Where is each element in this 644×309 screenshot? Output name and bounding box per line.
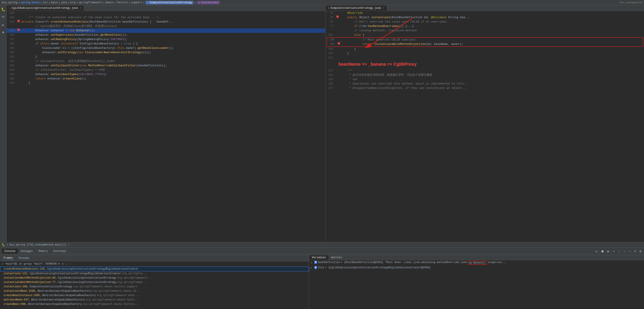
frame-method-7: doCreateBean:637, [4, 298, 30, 301]
frame-method-0: createEnhancedSubclass:155, [4, 268, 46, 270]
tab-overhead[interactable]: Overhead [50, 248, 68, 254]
breakpoint-right-75[interactable] [336, 15, 339, 18]
frame-method-1: instantiate:122, [4, 272, 29, 275]
frame-package-2: org.springframework... [117, 276, 152, 280]
frame-package-1: org.springfra... [122, 272, 147, 275]
breadcrumb-class[interactable]: ● SimpleInstantiationStrategy [146, 1, 194, 4]
right-code-line-109: 109 return instantiateWithMethodInjectio… [327, 42, 643, 46]
thread-dropdown[interactable]: ▼ [58, 262, 60, 266]
breadcrumb-springframework[interactable]: springframework [78, 1, 102, 4]
frame-row-1[interactable]: instantiate:122, CglibSubclassingInstant… [0, 271, 309, 276]
breadcrumb-method[interactable]: m instantiate [197, 1, 220, 4]
frame-row-6[interactable]: createBeanInstance:1485, AbstractAutowir… [0, 293, 309, 298]
thread-row: ✔ "main"@1 in group "main": RUNNING ▼ ⊟ … [0, 261, 309, 266]
thread-arrow-up[interactable]: ↑ [70, 262, 71, 266]
debug-btn-frames[interactable]: ≡ [633, 249, 637, 254]
right-code-line-107: 107 else { [326, 33, 644, 37]
left-code-editor[interactable]: 148 149 /** Create an enhanced subclass … [6, 11, 325, 242]
frames-panel: Frames Threads ✔ "main"@1 in group "main… [0, 255, 309, 309]
frame-method-8: createBean:598, [4, 303, 27, 306]
breadcrumb-org[interactable]: org [70, 1, 75, 4]
var-highlight-banana: up.Banana]; [468, 261, 487, 265]
breakpoint-153[interactable] [17, 20, 20, 22]
var-name-this: this [318, 266, 324, 269]
debug-btn-settings[interactable]: ⚙ [639, 249, 642, 254]
right-code-line-110: 110 } [326, 47, 644, 51]
sidebar-play[interactable]: ▶ [1, 22, 5, 28]
debug-session-close[interactable]: × [68, 243, 70, 246]
debug-panel: Console Debugger Memory Overhead ↺ ⏹ ▶ ↷… [0, 248, 644, 309]
frame-row-0[interactable]: createEnhancedSubclass:155, CglibSubclas… [0, 266, 309, 271]
var-type-p-this: P [314, 266, 317, 269]
breakpoint-right-109[interactable] [338, 42, 340, 45]
tab-debugger[interactable]: Debugger [18, 248, 36, 254]
debug-btn-rerun[interactable]: ↺ [595, 249, 598, 254]
breadcrumb-src[interactable]: src [43, 1, 48, 4]
tab-close-left[interactable]: × [80, 7, 81, 10]
thread-filter[interactable]: ⊟ [62, 262, 64, 266]
tab-console[interactable]: Console [2, 248, 18, 254]
var-expand-bd[interactable]: ▸ [311, 261, 314, 264]
frame-row-7[interactable]: doCreateBean:637, AbstractAutowireCapabl… [0, 298, 309, 302]
left-editor-tabs: ● CglibSubclassingInstantiationStrategy.… [6, 6, 325, 11]
var-equals-bd: = {RootBeanDefinition@2582} "Root bean: … [341, 261, 467, 264]
sidebar-stop[interactable]: ■ [1, 30, 5, 36]
tab-threads[interactable]: Threads [16, 256, 31, 260]
right-code-editor[interactable]: 74 @Override 75 public Object instantiat… [326, 11, 644, 242]
frames-threads-header: Frames Threads [0, 255, 309, 261]
frame-method-6: createBeanInstance:1485, [4, 294, 41, 297]
frame-row-2[interactable]: instantiateWithMethodInjection:85, Cglib… [0, 276, 309, 280]
bean-name-annotation: beanName => _banana => CglibProxy [326, 60, 644, 68]
breadcrumb-support[interactable]: support [131, 1, 142, 4]
breadcrumb-spring-beans[interactable]: spring-beans [21, 1, 40, 4]
debug-icon[interactable]: 🐛 [0, 6, 6, 12]
frame-method-2: instantiateWithMethodInjection:85, [4, 276, 57, 280]
breadcrumb-factory[interactable]: factory [117, 1, 128, 4]
left-sidebar: 🐛 👁 ▶ ■ [0, 6, 6, 242]
var-row-beandefinition[interactable]: ▸ P beanDefinition = {RootBeanDefinition… [309, 260, 644, 266]
debug-toolbar: Console Debugger Memory Overhead ↺ ⏹ ▶ ↷… [0, 248, 644, 255]
breadcrumb-beans[interactable]: beans [106, 1, 114, 4]
breadcrumb-main[interactable]: main [51, 1, 58, 4]
debug-btn-step-over[interactable]: ↷ [612, 249, 616, 254]
frame-class-7: AbstractAutowireCapableBeanFactory [31, 298, 85, 301]
tab-variables[interactable]: Variables [309, 255, 328, 260]
frame-class-8: AbstractAutowireCapableBeanFactory [28, 303, 82, 306]
code-line-160: 160 enhancer.setStrategy(new ClassLoader… [6, 50, 325, 55]
code-line-156: 156 enhancer.setSuperclass(beanDefinitio… [6, 33, 325, 37]
thread-arrow-down[interactable]: ↓ [66, 262, 68, 266]
frame-row-8[interactable]: createBean:598, AbstractAutowireCapableB… [0, 302, 309, 306]
breadcrumb-java[interactable]: java [61, 1, 67, 4]
tab-close-right[interactable]: × [383, 7, 384, 10]
frame-row-3[interactable]: instantiateWithMethodInjection:77, Cglib… [0, 280, 309, 284]
frame-package-6: org.springframework.bean... [97, 294, 139, 297]
debug-btn-step-out[interactable]: ↑ [622, 249, 626, 254]
var-row-this[interactable]: ▸ P this = {CglibSubclassingInstantiatio… [309, 266, 644, 270]
frame-row-4[interactable]: instantiate:109, SimpleInstantiationStra… [0, 284, 309, 289]
debug-btn-stop[interactable]: ⏹ [600, 249, 605, 254]
left-editor-tab[interactable]: ● CglibSubclassingInstantiationStrategy.… [6, 6, 84, 11]
frame-class-5: AbstractAutowireCapableBeanFactory [38, 290, 91, 292]
right-code-line-comment: // <lookup-method>, <replaced-method> [326, 28, 644, 33]
debug-btn-step-into[interactable]: ↓ [617, 249, 621, 254]
sidebar-eye[interactable]: 👁 [1, 14, 6, 20]
right-editor-tab[interactable]: ● SimpleInstantiationStrategy.java × [326, 6, 387, 11]
debug-btn-resume[interactable]: ▶ [606, 249, 610, 254]
var-value-bd-end: scope=sin... [488, 261, 506, 264]
tab-memory[interactable]: Memory [36, 248, 50, 254]
right-code-line-116: 116 * Subclasses can override this metho… [326, 82, 644, 86]
debug-btn-run-to-cursor[interactable]: → [628, 249, 632, 254]
right-code-line-77: 77 if (!bd.hasMethodOverrides()) {...} [326, 24, 644, 28]
frame-package-4: org.springframework.beans.factory.suppor… [73, 285, 138, 288]
code-line-167: 167 } [6, 81, 325, 85]
breadcrumb-mca-spring[interactable]: mca_spring [2, 1, 18, 4]
tab-frames[interactable]: Frames [2, 256, 15, 260]
frame-method-3: instantiateWithMethodInjection:77, [4, 281, 57, 284]
right-code-line-76: 76 // Don't override the class with CGLI… [326, 20, 644, 24]
breadcrumb-right-file: T10_LookupMethod [619, 1, 642, 4]
frame-row-5[interactable]: instantiateBean:1596, AbstractAutowireCa… [0, 289, 309, 293]
var-expand-this[interactable]: ▸ [311, 266, 314, 270]
breakpoint-155[interactable] [17, 28, 20, 31]
tab-watches[interactable]: Watches [328, 255, 345, 260]
right-code-line-108: 108 // Must generate CGLIB subclass. [327, 38, 643, 42]
